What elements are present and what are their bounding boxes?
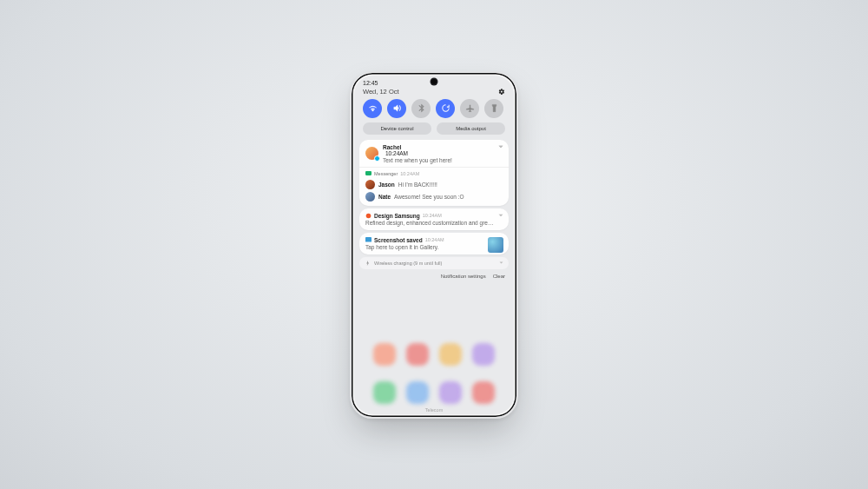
device-control-chip[interactable]: Device control xyxy=(363,122,431,135)
notification-body: Text me when you get here! xyxy=(383,157,452,163)
settings-gear-icon[interactable] xyxy=(497,88,505,96)
phone-frame: 12:45 Wed, 12 Oct xyxy=(350,71,518,419)
phone-screen: 12:45 Wed, 12 Oct xyxy=(354,76,514,414)
airplane-toggle[interactable] xyxy=(460,99,479,118)
notification-screenshot[interactable]: Screenshot saved 10:24AM Tap here to ope… xyxy=(359,233,509,254)
notification-rachel[interactable]: Rachel 10:24AM Text me when you get here… xyxy=(359,140,509,206)
app-name: Messenger xyxy=(374,171,398,176)
rotate-icon xyxy=(441,103,450,113)
charging-text: Wireless charging (9 m until full) xyxy=(374,261,442,266)
avatar xyxy=(365,180,375,189)
bluetooth-toggle[interactable] xyxy=(411,99,431,118)
notification-title: Screenshot saved xyxy=(374,237,423,243)
rotate-toggle[interactable] xyxy=(436,99,455,118)
screenshot-thumbnail xyxy=(488,237,503,253)
sender-name: Nate xyxy=(378,194,391,200)
wifi-icon xyxy=(368,103,378,113)
notification-charging[interactable]: Wireless charging (9 m until full) xyxy=(359,257,509,269)
sender-name: Jason xyxy=(378,182,395,188)
chevron-down-icon xyxy=(499,261,503,265)
notification-time: 10:24AM xyxy=(400,171,419,176)
notification-design-samsung[interactable]: Design Samsung 10:24AM Refined design, e… xyxy=(359,208,509,230)
avatar xyxy=(365,192,375,202)
sound-toggle[interactable] xyxy=(387,99,406,118)
notification-body: Refined design, enhanced customization a… xyxy=(365,220,503,226)
message-text: Awesome! See you soon :O xyxy=(394,194,464,200)
chevron-down-icon xyxy=(498,144,503,149)
gallery-app-icon xyxy=(365,237,372,243)
svg-point-1 xyxy=(366,213,372,218)
notification-time: 10:24AM xyxy=(385,150,452,156)
home-screen-blur xyxy=(354,300,514,404)
flashlight-icon xyxy=(490,103,499,113)
flashlight-toggle[interactable] xyxy=(484,99,503,118)
svg-rect-2 xyxy=(365,237,372,242)
media-output-chip[interactable]: Media output xyxy=(437,122,505,135)
messages-badge-icon xyxy=(374,155,380,162)
wifi-toggle[interactable] xyxy=(363,99,382,118)
bolt-icon xyxy=(365,261,371,266)
sender-name: Rachel xyxy=(383,144,401,150)
status-date: Wed, 12 Oct xyxy=(363,88,399,96)
quick-settings-row xyxy=(354,99,514,122)
notification-time: 10:24AM xyxy=(425,237,444,242)
svg-rect-0 xyxy=(365,171,372,175)
carrier-label: Telecom xyxy=(354,407,514,413)
notification-settings-link[interactable]: Notification settings xyxy=(441,274,486,279)
notification-time: 10:24AM xyxy=(423,213,442,218)
avatar xyxy=(365,147,378,160)
front-camera xyxy=(431,79,437,84)
notification-body: Tap here to open it in Gallery. xyxy=(365,244,503,250)
chevron-down-icon xyxy=(498,213,503,218)
sound-icon xyxy=(392,103,402,113)
airplane-icon xyxy=(465,103,475,113)
bluetooth-icon xyxy=(417,103,426,113)
notification-title: Design Samsung xyxy=(374,213,420,219)
messenger-app-icon xyxy=(365,171,372,177)
clock: 12:45 xyxy=(363,80,378,86)
samsung-app-icon xyxy=(365,213,372,219)
message-text: Hi I'm BACK!!!!! xyxy=(398,182,437,188)
clear-notifications-button[interactable]: Clear xyxy=(493,274,505,279)
